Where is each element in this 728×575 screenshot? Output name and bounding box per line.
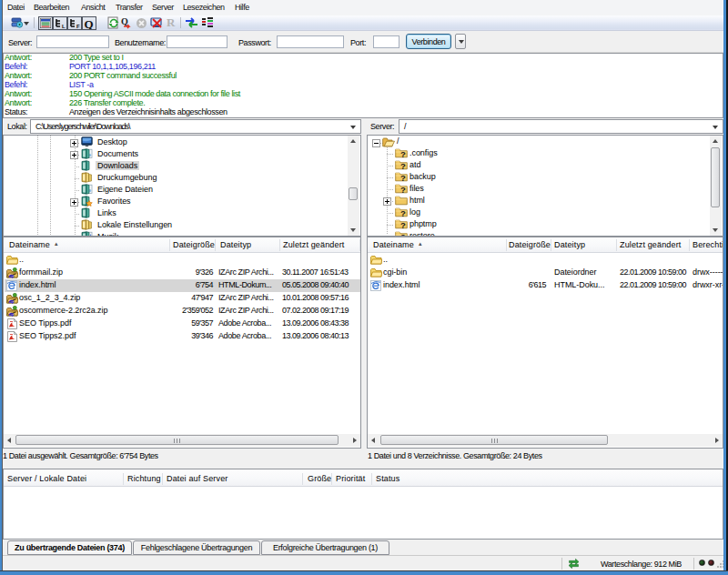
svg-text:?: ? (400, 185, 406, 194)
svg-text:?: ? (400, 149, 406, 158)
svg-text:?: ? (400, 220, 406, 229)
svg-text:zip: zip (9, 274, 15, 278)
svg-text:zip: zip (9, 312, 15, 317)
svg-text:L: L (62, 24, 66, 29)
svg-text:F: F (76, 24, 80, 29)
svg-text:zip: zip (9, 299, 15, 304)
svg-text:?: ? (400, 208, 406, 217)
svg-text:?: ? (400, 173, 406, 182)
svg-text:Q: Q (85, 17, 94, 29)
svg-text:?: ? (400, 161, 406, 170)
